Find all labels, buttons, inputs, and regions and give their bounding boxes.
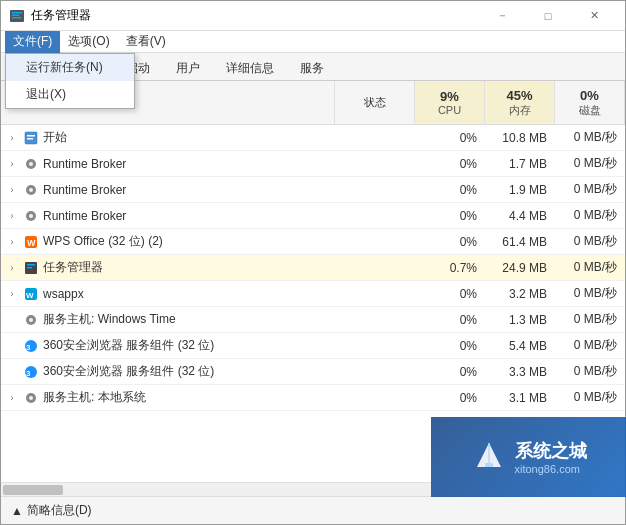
row-disk: 0 MB/秒 bbox=[555, 311, 625, 328]
expand-arrow-icon[interactable] bbox=[5, 313, 19, 327]
svg-rect-2 bbox=[12, 14, 19, 16]
svg-point-12 bbox=[29, 214, 33, 218]
row-icon: W bbox=[23, 234, 39, 250]
expand-arrow-icon[interactable]: › bbox=[5, 183, 19, 197]
row-icon: 3 bbox=[23, 338, 39, 354]
row-cpu: 0% bbox=[415, 339, 485, 353]
expand-arrow-icon[interactable]: › bbox=[5, 209, 19, 223]
task-manager-window: 任务管理器 － □ ✕ 文件(F) 选项(O) 查看(V) 运行新任务(N) 退… bbox=[0, 0, 626, 525]
file-dropdown: 运行新任务(N) 退出(X) bbox=[5, 53, 135, 109]
table-row[interactable]: ›Runtime Broker0%1.9 MB0 MB/秒 bbox=[1, 177, 625, 203]
table-row[interactable]: ›开始0%10.8 MB0 MB/秒 bbox=[1, 125, 625, 151]
table-body[interactable]: ›开始0%10.8 MB0 MB/秒›Runtime Broker0%1.7 M… bbox=[1, 125, 625, 482]
row-memory: 3.1 MB bbox=[485, 391, 555, 405]
row-cpu: 0% bbox=[415, 157, 485, 171]
expand-arrow-icon[interactable]: › bbox=[5, 287, 19, 301]
row-cpu: 0% bbox=[415, 391, 485, 405]
col-status[interactable]: 状态 bbox=[335, 81, 415, 124]
col-cpu[interactable]: 9% CPU bbox=[415, 81, 485, 124]
row-disk: 0 MB/秒 bbox=[555, 129, 625, 146]
row-name: 服务主机: 本地系统 bbox=[43, 389, 331, 406]
row-name: wsappx bbox=[43, 287, 331, 301]
expand-arrow-icon[interactable]: › bbox=[5, 235, 19, 249]
tab-details[interactable]: 详细信息 bbox=[213, 56, 287, 80]
svg-rect-5 bbox=[27, 135, 35, 137]
menu-view[interactable]: 查看(V) bbox=[118, 31, 174, 53]
title-left: 任务管理器 bbox=[9, 7, 91, 24]
expand-arrow-icon[interactable] bbox=[5, 365, 19, 379]
row-disk: 0 MB/秒 bbox=[555, 155, 625, 172]
row-name: Runtime Broker bbox=[43, 209, 331, 223]
menu-file[interactable]: 文件(F) bbox=[5, 31, 60, 53]
expand-arrow-icon[interactable] bbox=[5, 339, 19, 353]
row-icon bbox=[23, 312, 39, 328]
dropdown-exit[interactable]: 退出(X) bbox=[6, 81, 134, 108]
row-memory: 24.9 MB bbox=[485, 261, 555, 275]
maximize-button[interactable]: □ bbox=[525, 1, 571, 31]
row-memory: 1.9 MB bbox=[485, 183, 555, 197]
svg-text:3: 3 bbox=[26, 369, 31, 378]
row-name: 360安全浏览器 服务组件 (32 位) bbox=[43, 337, 331, 354]
window-controls: － □ ✕ bbox=[479, 1, 617, 31]
row-name: 任务管理器 bbox=[43, 259, 331, 276]
row-disk: 0 MB/秒 bbox=[555, 207, 625, 224]
row-cpu: 0% bbox=[415, 287, 485, 301]
row-name: 开始 bbox=[43, 129, 331, 146]
table-row[interactable]: ›Runtime Broker0%1.7 MB0 MB/秒 bbox=[1, 151, 625, 177]
main-content: 名称 状态 9% CPU 45% 内存 0% 磁盘 ›开始0%10.8 MB0 … bbox=[1, 81, 625, 496]
title-bar: 任务管理器 － □ ✕ bbox=[1, 1, 625, 31]
horizontal-scrollbar[interactable] bbox=[1, 482, 625, 496]
close-button[interactable]: ✕ bbox=[571, 1, 617, 31]
svg-point-8 bbox=[29, 162, 33, 166]
row-name: 360安全浏览器 服务组件 (32 位) bbox=[43, 363, 331, 380]
row-icon bbox=[23, 208, 39, 224]
expand-arrow-icon[interactable]: › bbox=[5, 391, 19, 405]
row-disk: 0 MB/秒 bbox=[555, 181, 625, 198]
row-icon bbox=[23, 182, 39, 198]
row-cpu: 0.7% bbox=[415, 261, 485, 275]
table-row[interactable]: ›Wwsappx0%3.2 MB0 MB/秒 bbox=[1, 281, 625, 307]
row-name: Runtime Broker bbox=[43, 157, 331, 171]
row-memory: 61.4 MB bbox=[485, 235, 555, 249]
minimize-button[interactable]: － bbox=[479, 1, 525, 31]
table-row[interactable]: ›任务管理器0.7%24.9 MB0 MB/秒 bbox=[1, 255, 625, 281]
status-label[interactable]: 简略信息(D) bbox=[27, 502, 92, 519]
table-row[interactable]: ›WWPS Office (32 位) (2)0%61.4 MB0 MB/秒 bbox=[1, 229, 625, 255]
h-scroll-thumb[interactable] bbox=[3, 485, 63, 495]
col-disk[interactable]: 0% 磁盘 bbox=[555, 81, 625, 124]
col-memory[interactable]: 45% 内存 bbox=[485, 81, 555, 124]
expand-arrow-icon[interactable]: › bbox=[5, 131, 19, 145]
svg-point-10 bbox=[29, 188, 33, 192]
status-bar: ▲ 简略信息(D) bbox=[1, 496, 625, 524]
svg-rect-17 bbox=[27, 267, 32, 269]
status-arrow-icon: ▲ bbox=[11, 504, 23, 518]
svg-text:3: 3 bbox=[26, 343, 31, 352]
row-memory: 3.3 MB bbox=[485, 365, 555, 379]
row-disk: 0 MB/秒 bbox=[555, 363, 625, 380]
app-icon bbox=[9, 8, 25, 24]
row-disk: 0 MB/秒 bbox=[555, 259, 625, 276]
row-memory: 5.4 MB bbox=[485, 339, 555, 353]
tab-services[interactable]: 服务 bbox=[287, 56, 337, 80]
row-disk: 0 MB/秒 bbox=[555, 337, 625, 354]
row-name: 服务主机: Windows Time bbox=[43, 311, 331, 328]
row-cpu: 0% bbox=[415, 183, 485, 197]
menu-bar: 文件(F) 选项(O) 查看(V) 运行新任务(N) 退出(X) bbox=[1, 31, 625, 53]
table-row[interactable]: ›Runtime Broker0%4.4 MB0 MB/秒 bbox=[1, 203, 625, 229]
row-memory: 1.3 MB bbox=[485, 313, 555, 327]
table-row[interactable]: 服务主机: Windows Time0%1.3 MB0 MB/秒 bbox=[1, 307, 625, 333]
row-memory: 4.4 MB bbox=[485, 209, 555, 223]
svg-rect-3 bbox=[12, 17, 21, 19]
row-name: Runtime Broker bbox=[43, 183, 331, 197]
menu-options[interactable]: 选项(O) bbox=[60, 31, 117, 53]
expand-arrow-icon[interactable]: › bbox=[5, 157, 19, 171]
table-row[interactable]: 3360安全浏览器 服务组件 (32 位)0%5.4 MB0 MB/秒 bbox=[1, 333, 625, 359]
table-row[interactable]: 3360安全浏览器 服务组件 (32 位)0%3.3 MB0 MB/秒 bbox=[1, 359, 625, 385]
dropdown-run-task[interactable]: 运行新任务(N) bbox=[6, 54, 134, 81]
row-cpu: 0% bbox=[415, 313, 485, 327]
svg-rect-16 bbox=[27, 264, 35, 266]
row-disk: 0 MB/秒 bbox=[555, 233, 625, 250]
table-row[interactable]: ›服务主机: 本地系统0%3.1 MB0 MB/秒 bbox=[1, 385, 625, 411]
tab-users[interactable]: 用户 bbox=[163, 56, 213, 80]
expand-arrow-icon[interactable]: › bbox=[5, 261, 19, 275]
